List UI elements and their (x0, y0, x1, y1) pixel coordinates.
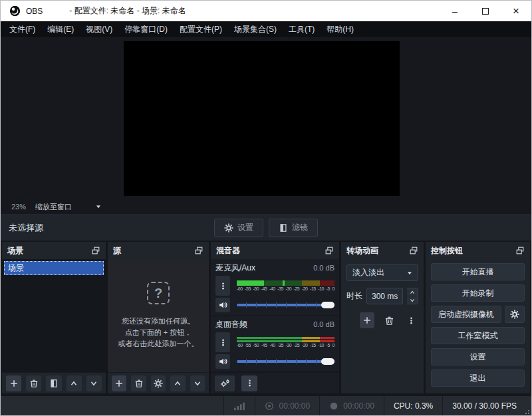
record-status-icon (329, 401, 338, 411)
sources-empty-text: 您还没有添加任何源。点击下面的 + 按钮，或者右击此处添加一个。 (118, 316, 199, 350)
transitions-title: 转场动画 (346, 245, 378, 257)
channel-db-value: 0.0 dB (313, 264, 334, 272)
start-virtual-camera-button[interactable]: 启动虚拟摄像机 (431, 306, 501, 323)
popout-icon[interactable] (194, 246, 203, 255)
menu-item[interactable]: 停靠窗口(D) (118, 21, 174, 37)
empty-state-line: 或者右击此处添加一个。 (118, 338, 199, 350)
scene-filters-button[interactable] (46, 375, 61, 391)
remove-transition-button[interactable] (382, 312, 396, 328)
popout-icon[interactable] (515, 246, 525, 255)
slider-handle[interactable] (321, 358, 334, 365)
duration-input[interactable]: 300 ms (366, 288, 403, 304)
source-down-button[interactable] (190, 375, 205, 391)
transition-select[interactable]: 淡入淡出 (346, 264, 418, 281)
source-up-button[interactable] (170, 375, 185, 391)
maximize-icon (482, 8, 489, 15)
fps-cell: 30.00 / 30.00 FPS (442, 396, 531, 416)
mixer-channel-mic: 麦克风/Aux 0.0 dB -60-55-50-45-40-35-30-25-… (211, 259, 339, 316)
sources-panel: 源 ? 您还没有添加任何源。点击下面的 + 按钮，或者右击此处添加一个。 (108, 242, 209, 393)
start-streaming-button[interactable]: 开始直播 (431, 263, 525, 280)
menu-item[interactable]: 工具(T) (283, 21, 321, 37)
menu-item[interactable]: 文件(F) (3, 21, 41, 37)
source-properties-button[interactable]: 设置 (214, 219, 263, 237)
popout-icon[interactable] (325, 246, 334, 255)
mixer-channel-desktop: 桌面音频 0.0 dB -60-55-50-45-40-35-30-25-20-… (211, 316, 339, 372)
minimize-button[interactable]: – (440, 1, 470, 21)
duration-label: 时长 (346, 290, 362, 302)
chevron-down-icon (402, 269, 418, 277)
menu-item[interactable]: 编辑(E) (41, 21, 80, 37)
add-transition-button[interactable] (360, 312, 374, 328)
window-title-app: OBS (26, 7, 43, 16)
scale-tick: -35 (277, 343, 283, 348)
popout-icon[interactable] (91, 246, 100, 255)
scene-list[interactable]: 场景 (2, 259, 106, 372)
settings-button[interactable]: 设置 (431, 348, 525, 365)
exit-button[interactable]: 退出 (431, 369, 525, 387)
menu-item[interactable]: 帮助(H) (321, 21, 360, 37)
remove-scene-button[interactable] (26, 375, 41, 391)
scale-tick: -15 (310, 343, 316, 348)
transition-properties-button[interactable] (404, 312, 418, 328)
scenes-title: 场景 (7, 245, 23, 257)
filter-icon (279, 223, 288, 233)
fps-value: 30.00 / 30.00 FPS (452, 401, 517, 411)
scene-down-button[interactable] (86, 375, 102, 391)
menu-item[interactable]: 配置文件(P) (174, 21, 228, 37)
mixer-menu-button[interactable] (241, 375, 257, 391)
source-settings-button[interactable] (151, 375, 166, 391)
popout-icon[interactable] (409, 246, 418, 255)
studio-mode-button[interactable]: 工作室模式 (431, 327, 525, 344)
question-mark-icon: ? (147, 282, 170, 304)
volume-slider[interactable] (237, 300, 334, 310)
meter-scale: -60-55-50-45-40-35-30-25-20-15-10-50 (237, 343, 334, 348)
scale-tick: -45 (261, 286, 267, 292)
scale-tick: -20 (302, 286, 308, 292)
mute-button[interactable] (215, 354, 230, 369)
scale-mode-caret-icon[interactable] (94, 203, 102, 211)
maximize-button[interactable] (470, 1, 501, 21)
scale-tick: -30 (285, 286, 291, 292)
start-recording-button[interactable]: 开始录制 (431, 284, 525, 302)
channel-menu-button[interactable] (215, 332, 230, 352)
menu-item[interactable]: 场景集合(S) (228, 21, 283, 37)
source-toolbar-row: 未选择源 设置 滤镜 (1, 214, 531, 241)
slider-handle[interactable] (321, 302, 334, 308)
close-button[interactable]: × (501, 1, 531, 21)
advanced-audio-button[interactable] (215, 375, 235, 391)
mixer-title: 混音器 (216, 245, 240, 257)
duration-down-button[interactable] (407, 296, 418, 304)
scale-tick: -60 (237, 343, 243, 348)
resize-grip[interactable] (523, 408, 529, 414)
add-source-button[interactable] (112, 375, 126, 391)
canvas-area[interactable] (1, 37, 531, 199)
source-filters-button[interactable]: 滤镜 (269, 219, 318, 237)
virtual-camera-settings-button[interactable] (505, 306, 525, 323)
channel-menu-button[interactable] (215, 276, 230, 296)
sources-empty-state[interactable]: ? 您还没有添加任何源。点击下面的 + 按钮，或者右击此处添加一个。 (108, 259, 209, 372)
scene-list-item[interactable]: 场景 (4, 261, 104, 275)
scenes-panel: 场景 场景 (2, 242, 106, 393)
controls-panel: 控制按钮 开始直播 开始录制 启动虚拟摄像机 工作室模式 设置 退出 (426, 242, 530, 393)
zoom-level: 23% (11, 203, 26, 211)
channel-name: 麦克风/Aux (215, 262, 255, 274)
obs-window: OBS - 配置文件: 未命名 - 场景: 未命名 – × 文件(F)编辑(E)… (0, 0, 532, 416)
volume-meter: -60-55-50-45-40-35-30-25-20-15-10-50 (237, 337, 334, 348)
program-canvas[interactable] (124, 41, 400, 196)
remove-source-button[interactable] (131, 375, 146, 391)
scale-tick: -10 (318, 286, 324, 292)
channel-db-value: 0.0 dB (313, 320, 334, 328)
scale-mode-label[interactable]: 缩放至窗口 (35, 202, 72, 212)
volume-slider[interactable] (237, 357, 334, 366)
scene-up-button[interactable] (66, 375, 82, 391)
scale-tick: -15 (310, 286, 316, 292)
menu-item[interactable]: 视图(V) (80, 21, 118, 37)
duration-up-button[interactable] (407, 288, 418, 296)
channel-name: 桌面音频 (215, 319, 247, 330)
scale-tick: -40 (269, 343, 275, 348)
empty-state-line: 您还没有添加任何源。 (122, 316, 195, 327)
titlebar: OBS - 配置文件: 未命名 - 场景: 未命名 – × (1, 1, 531, 21)
mute-button[interactable] (215, 298, 230, 312)
add-scene-button[interactable] (6, 375, 21, 391)
transitions-panel: 转场动画 淡入淡出 时长 300 ms (341, 242, 424, 393)
